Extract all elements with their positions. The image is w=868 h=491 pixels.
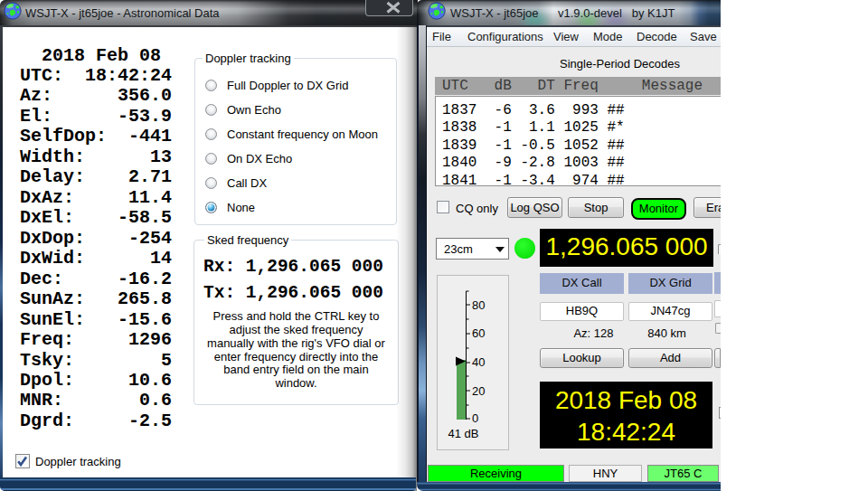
svg-text:41 dB: 41 dB xyxy=(448,427,479,440)
svg-text:80: 80 xyxy=(472,298,485,312)
svg-text:60: 60 xyxy=(472,326,485,340)
svg-text:0: 0 xyxy=(472,411,478,425)
svg-text:40: 40 xyxy=(472,355,485,369)
svg-text:20: 20 xyxy=(472,384,485,398)
